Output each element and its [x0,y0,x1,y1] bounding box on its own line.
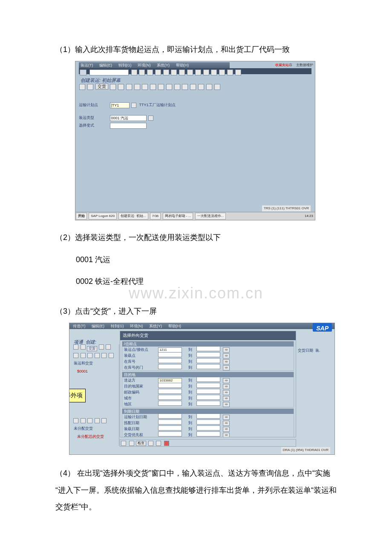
menu-item[interactable]: 环境(N) [130,324,143,328]
taskbar-item[interactable]: 创建装运: 初始... [118,213,148,220]
toolbar-icon[interactable] [95,353,100,358]
delivery-button[interactable]: 交货 [87,346,97,351]
tray-masterdata[interactable]: 主数据维护 [296,63,313,67]
toolbar-icon[interactable] [198,84,204,90]
range-to-input[interactable] [196,395,220,400]
left-item[interactable]: $0001 [77,368,118,375]
menu-item[interactable]: 帮助(H) [176,63,189,67]
help-icon[interactable] [227,69,233,75]
shortcut-icon[interactable] [219,69,225,75]
range-to-input[interactable] [196,431,220,436]
glasses-icon[interactable] [129,441,134,446]
shipment-type-input[interactable]: 0001 汽运 [110,115,147,121]
toolbar-icon[interactable] [166,84,172,90]
first-icon[interactable] [195,69,201,75]
range-from-input[interactable] [158,352,182,357]
toolbar-icon[interactable] [150,84,156,90]
menu-item[interactable]: 装运(T) [81,63,93,67]
toolbar-icon[interactable] [118,84,124,90]
multi-select-icon[interactable]: ⇨ [223,365,230,370]
toolbar-icon[interactable] [156,441,161,446]
range-to-input[interactable] [196,358,220,363]
toolbar-icon[interactable] [190,84,196,90]
toolbar-icon[interactable] [182,84,188,90]
layout-icon[interactable] [235,69,241,75]
multi-select-icon[interactable]: ⇨ [223,402,230,407]
toolbar-icon[interactable] [142,84,148,90]
range-to-input[interactable] [196,413,220,419]
toolbar-icon[interactable] [79,84,85,90]
range-to-input[interactable] [196,425,220,431]
toolbar-icon[interactable] [73,418,78,423]
multi-select-icon[interactable]: ⇨ [223,421,230,426]
multi-select-icon[interactable]: ⇨ [223,384,230,389]
toolbar-icon[interactable] [81,344,86,350]
command-input[interactable] [89,69,129,75]
menu-item[interactable]: 环境(N) [138,63,151,67]
range-to-input[interactable] [196,437,220,438]
toolbar-icon[interactable] [81,418,86,423]
page-up-icon[interactable] [179,69,185,75]
toolbar-icon[interactable] [101,418,107,423]
execute-icon[interactable] [121,441,126,446]
range-from-input[interactable] [158,413,182,419]
delivery-button[interactable]: 交货 [95,84,108,90]
menu-item[interactable]: 转到(G) [111,324,124,328]
range-to-input[interactable] [196,346,220,351]
multi-select-icon[interactable]: ⇨ [223,347,230,353]
range-to-input[interactable] [196,377,220,382]
toolbar-icon[interactable] [134,84,140,90]
multi-select-icon[interactable]: ⇨ [223,427,230,432]
close-icon[interactable] [164,441,169,446]
toolbar-icon[interactable] [73,353,78,358]
toolbar-icon[interactable] [81,353,86,358]
check-button[interactable]: 检查 [136,441,146,446]
exit-icon[interactable] [147,69,153,75]
cancel-icon[interactable] [155,69,161,75]
toolbar-icon[interactable] [106,344,111,350]
transport-point-input[interactable]: |TY1 [110,102,130,108]
start-button[interactable]: 开始 [76,213,87,220]
toolbar-icon[interactable] [206,84,212,90]
range-from-input[interactable] [158,419,182,425]
taskbar-item[interactable]: SAP Logon 620 [89,213,117,220]
range-from-input[interactable] [158,401,182,406]
toolbar-icon[interactable] [109,353,114,358]
taskbar-item[interactable]: 网易电子邮箱 - ... [163,213,193,220]
toolbar-icon[interactable] [101,353,107,358]
f4-icon[interactable] [131,103,136,108]
toolbar-icon[interactable] [148,441,153,446]
page-down-icon[interactable] [187,69,193,75]
range-from-input[interactable] [158,437,182,438]
print-icon[interactable] [163,69,169,75]
toolbar-icon[interactable] [174,84,180,90]
multi-select-icon[interactable]: ⇨ [223,415,230,420]
range-to-input[interactable] [196,383,220,388]
multi-select-icon[interactable]: ⇨ [223,433,230,438]
range-from-input[interactable] [158,431,182,436]
multi-select-icon[interactable]: ⇨ [223,390,230,395]
range-to-input[interactable] [196,352,220,357]
variant-input[interactable] [110,123,147,129]
range-from-input[interactable] [158,364,182,369]
range-from-input[interactable] [158,395,182,400]
range-to-input[interactable] [196,364,220,369]
menu-item[interactable]: 编辑(E) [99,63,112,67]
tray-favorite[interactable]: 收藏夹站存 [275,63,292,67]
left-item[interactable]: 未分配总的交货 [77,433,118,440]
range-from-input[interactable] [158,389,182,394]
toolbar-icon[interactable] [99,344,104,350]
toolbar-icon[interactable] [126,84,132,90]
toolbar-icon[interactable] [87,353,92,358]
new-session-icon[interactable] [211,69,217,75]
toolbar-icon[interactable] [87,84,93,90]
menu-item[interactable]: 帮助(H) [168,324,182,328]
ok-code-icon[interactable] [80,69,86,75]
last-icon[interactable] [203,69,209,75]
toolbar-icon[interactable] [158,84,164,90]
back-icon[interactable] [139,69,145,75]
find-icon[interactable] [171,69,177,75]
toolbar-icon[interactable] [214,84,220,90]
taskbar-item[interactable]: 7/36 [150,213,161,220]
multi-select-icon[interactable]: ⇨ [223,359,230,364]
